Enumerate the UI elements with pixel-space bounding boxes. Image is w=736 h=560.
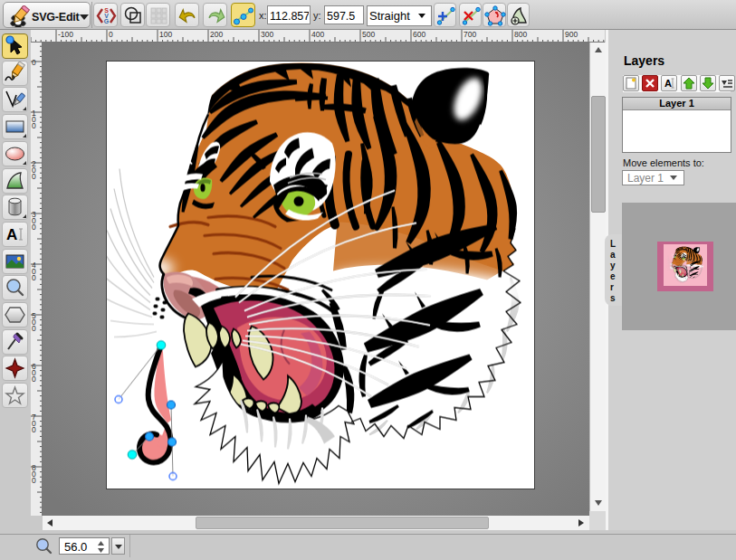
- svg-text:400: 400: [311, 30, 324, 39]
- svg-text:0: 0: [32, 375, 36, 384]
- svg-text:A: A: [664, 78, 672, 89]
- svg-text:A: A: [6, 226, 17, 243]
- svg-text:100: 100: [159, 30, 172, 39]
- svg-text:500: 500: [362, 30, 375, 39]
- svg-text:0: 0: [32, 425, 36, 434]
- svg-text:0: 0: [32, 58, 36, 67]
- svg-text:-100: -100: [58, 30, 73, 39]
- svg-text:800: 800: [514, 30, 527, 39]
- svg-text:0: 0: [32, 273, 36, 282]
- svg-text:0: 0: [109, 30, 113, 39]
- svg-text:700: 700: [464, 30, 476, 39]
- svg-text:0: 0: [32, 324, 36, 333]
- svg-text:600: 600: [413, 30, 425, 39]
- svg-text:300: 300: [261, 30, 273, 39]
- svg-text:0: 0: [32, 121, 36, 130]
- svg-text:0: 0: [32, 172, 36, 181]
- svg-text:0: 0: [32, 476, 36, 485]
- svg-text:G: G: [104, 18, 110, 24]
- svg-text:200: 200: [210, 30, 223, 39]
- svg-text:0: 0: [32, 223, 36, 232]
- svg-text:900: 900: [565, 30, 578, 39]
